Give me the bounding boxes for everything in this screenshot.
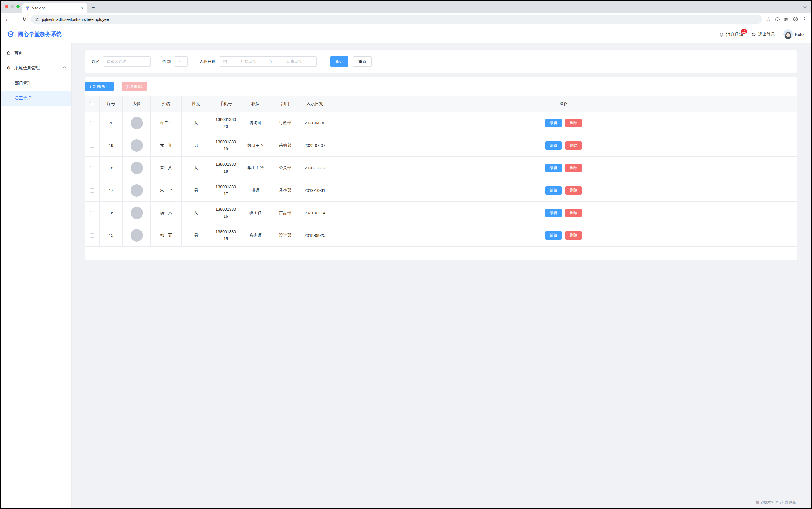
cell-position: 讲师	[241, 179, 270, 202]
main-content: 姓名 性别 入职日期 开始日期 至 结束日期	[72, 43, 406, 254]
sidebar-item-system-info[interactable]: ⚙ 系统信息管理	[1, 60, 71, 75]
cell-department: 产品部	[270, 202, 300, 224]
column-header: 手机号	[211, 96, 241, 112]
column-header: 头像	[123, 96, 151, 112]
cell-name: 尤十九	[151, 134, 182, 157]
search-button[interactable]: 查询	[330, 57, 348, 67]
row-checkbox[interactable]	[90, 233, 94, 238]
forward-button[interactable]: →	[12, 15, 20, 24]
end-date-placeholder: 结束日期	[276, 59, 313, 64]
cell-position: 学工主管	[241, 157, 270, 179]
home-icon	[6, 50, 11, 55]
row-checkbox[interactable]	[90, 121, 94, 125]
vite-logo-icon	[25, 6, 30, 10]
employee-table: 序号 头像 姓名 性别 手机号 职位 部门 入职日期 操作	[85, 96, 406, 247]
sidebar-item-label: 部门管理	[14, 80, 31, 86]
cell-hire-date: 2020-12-12	[300, 157, 330, 179]
back-button[interactable]: ←	[3, 15, 12, 24]
table-row: 17 朱十七 男 13800138017 讲师 质控部 2019-10-31 编…	[85, 179, 406, 202]
row-checkbox[interactable]	[90, 189, 94, 193]
cell-gender: 男	[182, 134, 211, 157]
chevron-up-icon	[63, 66, 66, 69]
app-title: 圆心学堂教务系统	[18, 31, 62, 38]
filter-bar: 姓名 性别 入职日期 开始日期 至 结束日期	[85, 50, 406, 73]
cell-name: 秦十八	[151, 157, 182, 179]
cell-gender: 男	[182, 224, 211, 247]
name-filter-label: 姓名	[92, 59, 100, 64]
sidebar-item-employees[interactable]: 员工管理	[1, 91, 71, 106]
table-actions: + 新增员工 批量删除	[85, 82, 406, 96]
column-header: 序号	[100, 96, 123, 112]
row-checkbox[interactable]	[90, 211, 94, 215]
gender-select[interactable]	[174, 57, 187, 67]
tab-close-icon[interactable]: ×	[79, 5, 84, 10]
row-checkbox[interactable]	[90, 166, 94, 170]
site-settings-icon[interactable]	[35, 17, 39, 22]
column-header: 姓名	[151, 96, 182, 112]
tab-title: Vite App	[32, 6, 77, 10]
start-date-placeholder: 开始日期	[230, 59, 267, 64]
window-zoom-button[interactable]	[16, 5, 20, 8]
cell-phone: 13800138015	[211, 224, 241, 247]
column-header: 职位	[241, 96, 270, 112]
cell-index: 19	[100, 134, 123, 157]
cell-department: 质控部	[270, 179, 300, 202]
app-root: 圆心学堂教务系统 消息通知 12	[1, 26, 406, 254]
reload-button[interactable]: ↻	[20, 15, 29, 24]
hire-date-range-picker[interactable]: 开始日期 至 结束日期	[219, 57, 317, 67]
cell-hire-date: 2021-02-14	[300, 202, 330, 224]
browser-toolbar: ← → ↻ jsjtswfniadh.sealoshzh.site/employ…	[1, 13, 406, 26]
cell-gender: 男	[182, 179, 211, 202]
address-bar[interactable]: jsjtswfniadh.sealoshzh.site/employee	[31, 14, 406, 24]
sidebar-item-label: 系统信息管理	[14, 65, 40, 71]
reset-button[interactable]: 重置	[353, 57, 372, 67]
avatar	[131, 139, 143, 152]
calendar-icon	[223, 59, 227, 64]
logo-area[interactable]: 圆心学堂教务系统	[6, 30, 62, 39]
column-header: 部门	[270, 96, 300, 112]
table-row: 18 秦十八 女 13800138018 学工主管 公关部 2020-12-12…	[85, 157, 406, 179]
cell-gender: 女	[182, 202, 211, 224]
column-header: 操作	[330, 96, 406, 112]
column-header: 性别	[182, 96, 211, 112]
cell-name: 杨十六	[151, 202, 182, 224]
name-filter-input[interactable]	[103, 57, 151, 67]
window-close-button[interactable]	[5, 5, 8, 8]
cell-department: 采购部	[270, 134, 300, 157]
app-header: 圆心学堂教务系统 消息通知 12	[1, 26, 406, 43]
cell-department: 公关部	[270, 157, 300, 179]
url-text: jsjtswfniadh.sealoshzh.site/employee	[42, 17, 109, 22]
avatar	[131, 207, 143, 219]
cell-hire-date: 2021-04-30	[300, 112, 330, 134]
hire-date-filter-label: 入职日期	[199, 59, 216, 64]
batch-delete-button[interactable]: 批量删除	[121, 82, 147, 91]
tab-strip: Vite App × +	[1, 1, 406, 13]
cell-gender: 女	[182, 157, 211, 179]
sidebar-item-departments[interactable]: 部门管理	[1, 75, 71, 91]
employee-table-card: + 新增员工 批量删除 序号 头像	[85, 77, 406, 254]
cell-phone: 13800138018	[211, 157, 241, 179]
gear-icon: ⚙	[6, 65, 11, 70]
row-checkbox[interactable]	[90, 143, 94, 148]
cell-hire-date: 2018-08-25	[300, 224, 330, 247]
sidebar-item-home[interactable]: 首页	[1, 45, 71, 60]
window-minimize-button[interactable]	[11, 5, 14, 8]
add-employee-button[interactable]: + 新增员工	[85, 82, 114, 91]
cell-gender: 女	[182, 112, 211, 134]
sidebar-item-label: 首页	[14, 50, 23, 56]
avatar	[131, 184, 143, 197]
cell-position: 咨询师	[241, 112, 270, 134]
table-row: 19 尤十九 男 13800138019 教研主管 采购部 2022-07-07…	[85, 134, 406, 157]
table-header-row: 序号 头像 姓名 性别 手机号 职位 部门 入职日期 操作	[85, 96, 406, 112]
cell-hire-date: 2022-07-07	[300, 134, 330, 157]
cell-department: 行政部	[270, 112, 300, 134]
avatar	[131, 117, 143, 129]
cell-department: 设计部	[270, 224, 300, 247]
cell-position: 咨询师	[241, 224, 270, 247]
sidebar-item-label: 员工管理	[14, 96, 31, 101]
app-body: 首页 ⚙ 系统信息管理 部门管理 员工管理 姓名	[1, 43, 406, 254]
new-tab-button[interactable]: +	[89, 4, 97, 11]
select-all-checkbox[interactable]	[90, 102, 94, 106]
avatar	[131, 162, 143, 174]
browser-tab[interactable]: Vite App ×	[23, 3, 87, 13]
